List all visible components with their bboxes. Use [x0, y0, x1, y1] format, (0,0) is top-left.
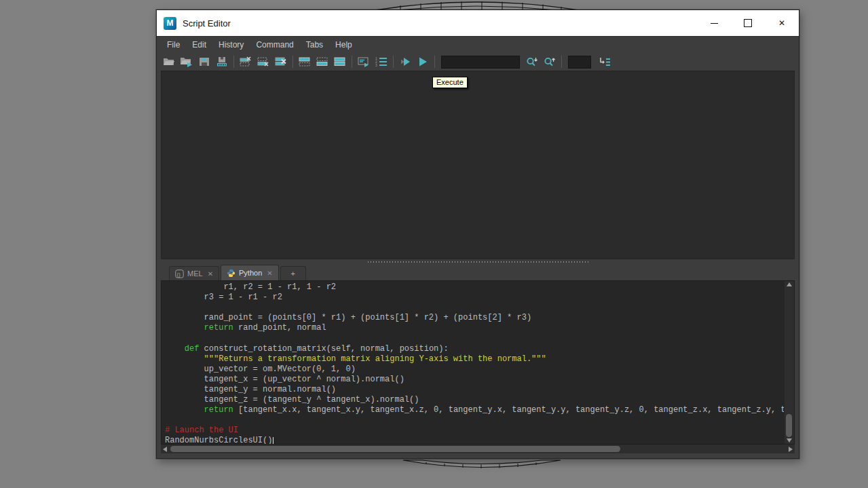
menu-edit[interactable]: Edit: [186, 39, 212, 51]
execute-icon: [416, 56, 430, 67]
show-history-only-button[interactable]: [296, 54, 314, 70]
save-script-to-shelf-button[interactable]: [213, 54, 231, 70]
viewport-wireframe-bottom: [399, 459, 565, 472]
vertical-scrollbar[interactable]: [784, 281, 794, 444]
code-line[interactable]: tangent_z = (tangent_y ^ tangent_x).norm…: [165, 395, 784, 405]
pane-splitter[interactable]: [161, 259, 795, 265]
toolbar-separator: [393, 56, 394, 68]
svg-text:{}: {}: [177, 271, 181, 277]
horizontal-scroll-thumb[interactable]: [170, 446, 620, 452]
toolbar-separator: [561, 56, 562, 68]
code-content[interactable]: r1, r2 = 1 - r1, 1 - r2 r3 = 1 - r1 - r2…: [165, 282, 784, 444]
vertical-scroll-thumb[interactable]: [786, 414, 792, 437]
menu-command[interactable]: Command: [250, 39, 299, 51]
source-script-button[interactable]: [178, 54, 195, 70]
menu-file[interactable]: File: [161, 39, 186, 51]
minimize-icon: [711, 23, 718, 24]
close-button[interactable]: ✕: [765, 10, 799, 36]
script-editor-window: M Script Editor ✕ FileEditHistoryCommand…: [156, 10, 799, 459]
execute-selected-button[interactable]: [396, 54, 414, 70]
window-title: Script Editor: [183, 18, 231, 29]
tab-close-icon[interactable]: ✕: [208, 270, 213, 278]
viewport-wireframe-top: [370, 0, 584, 10]
toolbar-separator: [293, 56, 293, 68]
menu-help[interactable]: Help: [329, 39, 358, 51]
save-to-shelf-icon: [215, 56, 229, 67]
echo-commands-icon: [357, 56, 371, 67]
code-line[interactable]: return rand_point, normal: [165, 323, 784, 333]
maximize-icon: [744, 19, 752, 27]
close-icon: ✕: [778, 18, 785, 28]
menu-tabs[interactable]: Tabs: [300, 39, 329, 51]
line-numbers-icon: 1 2 3: [375, 56, 388, 67]
goto-line-button[interactable]: [596, 54, 614, 70]
show-input-pane-icon: [316, 56, 329, 67]
scroll-right-icon[interactable]: [789, 447, 793, 452]
code-line[interactable]: [165, 415, 784, 426]
splitter-grip-icon: [368, 261, 588, 263]
show-line-numbers-button[interactable]: 1 2 3: [373, 54, 390, 70]
maximize-button[interactable]: [731, 10, 765, 36]
show-both-panes-button[interactable]: [331, 54, 349, 70]
menu-history[interactable]: History: [212, 39, 250, 51]
code-line[interactable]: up_vector = om.MVector(0, 1, 0): [165, 364, 784, 375]
code-line[interactable]: [165, 333, 784, 343]
load-script-button[interactable]: [160, 54, 178, 70]
code-line[interactable]: def construct_rotation_matrix(self, norm…: [165, 344, 784, 354]
echo-all-commands-button[interactable]: [355, 54, 373, 70]
plus-icon: +: [290, 269, 295, 278]
code-line[interactable]: RandomNurbsCirclesUI(): [165, 436, 784, 444]
desktop: M Script Editor ✕ FileEditHistoryCommand…: [0, 0, 868, 488]
tab-mel[interactable]: {} MEL ✕: [169, 266, 219, 280]
new-tab-button[interactable]: +: [280, 266, 306, 280]
code-line[interactable]: r3 = 1 - r1 - r2: [165, 293, 784, 303]
code-line[interactable]: # Launch the UI: [165, 426, 784, 436]
horizontal-scrollbar[interactable]: [161, 445, 795, 453]
code-line[interactable]: """Returns a transformation matrix align…: [165, 354, 784, 364]
tab-bar: {} MEL ✕ Python ✕: [161, 265, 795, 280]
toolbar-separator: [233, 56, 234, 68]
clear-history-icon: [239, 56, 252, 67]
save-script-button[interactable]: [195, 54, 213, 70]
history-output-pane[interactable]: [161, 71, 795, 259]
scroll-left-icon[interactable]: [163, 447, 167, 452]
code-line[interactable]: [165, 303, 784, 313]
script-input-pane[interactable]: r1, r2 = 1 - r1, 1 - r2 r3 = 1 - r1 - r2…: [161, 280, 795, 445]
minimize-button[interactable]: [697, 10, 731, 36]
show-both-panes-icon: [333, 56, 347, 67]
tab-label: Python: [239, 269, 262, 277]
execute-tooltip: Execute: [432, 77, 468, 88]
show-input-only-button[interactable]: [314, 54, 331, 70]
code-line[interactable]: rand_point = (points[0] * r1) + (points[…: [165, 313, 784, 323]
maya-app-icon: M: [164, 17, 176, 30]
python-icon: [227, 269, 235, 278]
search-down-icon: [525, 56, 539, 67]
code-line[interactable]: tangent_x = (up_vector ^ normal).normal(…: [165, 375, 784, 385]
search-input[interactable]: [441, 56, 520, 69]
clear-history-button[interactable]: [237, 54, 254, 70]
execute-selected-icon: [398, 56, 412, 67]
code-line[interactable]: tangent_y = normal.normal(): [165, 385, 784, 395]
code-line[interactable]: r1, r2 = 1 - r1, 1 - r2: [165, 282, 784, 293]
search-up-icon: [543, 56, 556, 67]
svg-text:3: 3: [375, 63, 377, 67]
clear-input-button[interactable]: [254, 54, 272, 70]
scroll-up-icon[interactable]: [787, 282, 792, 286]
tab-close-icon[interactable]: ✕: [267, 269, 272, 277]
search-down-button[interactable]: [523, 54, 541, 70]
execute-all-button[interactable]: [414, 54, 432, 70]
code-line[interactable]: return [tangent_x.x, tangent_x.y, tangen…: [165, 405, 784, 415]
menu-bar: FileEditHistoryCommandTabsHelp: [157, 36, 799, 52]
scroll-down-icon[interactable]: [787, 438, 792, 443]
tab-python[interactable]: Python ✕: [221, 265, 279, 280]
search-up-button[interactable]: [541, 54, 559, 70]
clear-all-icon: [274, 56, 288, 67]
mel-script-icon: {}: [175, 269, 184, 278]
toolbar-separator: [352, 56, 352, 68]
title-bar[interactable]: M Script Editor ✕: [157, 10, 799, 36]
show-history-pane-icon: [298, 56, 312, 67]
goto-line-input[interactable]: [568, 56, 591, 69]
clear-all-button[interactable]: [272, 54, 290, 70]
save-icon: [197, 56, 211, 67]
open-folder-icon: [162, 56, 176, 67]
